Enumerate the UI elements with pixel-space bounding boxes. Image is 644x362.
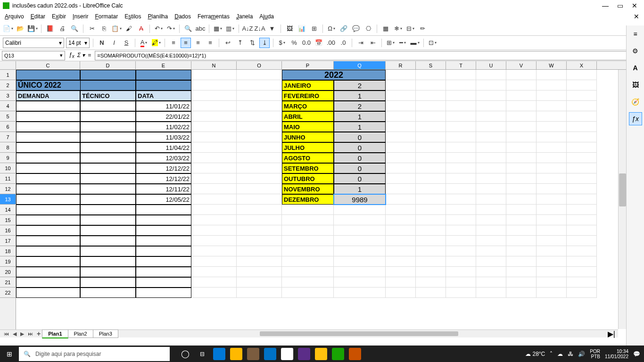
column-header-C[interactable]: C — [16, 61, 80, 69]
cell-E6[interactable]: 11/02/22 — [136, 122, 191, 132]
cell-Q7[interactable]: 0 — [334, 132, 386, 142]
cell-T7[interactable] — [446, 132, 476, 142]
cell-R3[interactable] — [386, 90, 416, 101]
cell-N4[interactable] — [191, 101, 237, 111]
currency-button[interactable]: $ — [277, 38, 287, 48]
spellcheck-button[interactable]: abc — [195, 24, 206, 34]
cell-N1[interactable] — [191, 70, 237, 80]
cell-E4[interactable]: 11/01/22 — [136, 101, 191, 111]
cell-D12[interactable] — [80, 184, 136, 194]
cell-D8[interactable] — [80, 142, 136, 153]
menu-formatar[interactable]: Formatar — [95, 13, 118, 20]
row-header-20[interactable]: 20 — [0, 267, 16, 277]
cell-T5[interactable] — [446, 111, 476, 122]
cell-U12[interactable] — [476, 184, 506, 194]
special-char-button[interactable]: Ω — [326, 24, 337, 34]
cell-Q11[interactable]: 0 — [334, 173, 386, 184]
cell-P21[interactable] — [282, 277, 334, 288]
cell-N6[interactable] — [191, 122, 237, 132]
cell-W3[interactable] — [537, 90, 567, 101]
column-header-P[interactable]: P — [282, 61, 334, 69]
cell-Q16[interactable] — [334, 225, 386, 236]
cell-X6[interactable] — [567, 122, 597, 132]
cut-button[interactable]: ✂ — [87, 24, 97, 34]
sticky-icon[interactable] — [315, 348, 327, 360]
cell-V3[interactable] — [506, 90, 537, 101]
cell-W14[interactable] — [537, 205, 567, 215]
cell-Q14[interactable] — [334, 205, 386, 215]
cell-O5[interactable] — [237, 111, 282, 122]
sheet-tab-plan3[interactable]: Plan3 — [93, 329, 118, 338]
styles-icon[interactable]: A — [629, 61, 642, 74]
menu-janela[interactable]: Janela — [236, 13, 253, 20]
align-center-button[interactable]: ≡ — [181, 38, 191, 48]
cell-W13[interactable] — [537, 194, 567, 205]
row-header-17[interactable]: 17 — [0, 236, 16, 246]
row-header-10[interactable]: 10 — [0, 163, 16, 173]
cell-S16[interactable] — [416, 225, 446, 236]
cell-O7[interactable] — [237, 132, 282, 142]
cell-Q21[interactable] — [334, 277, 386, 288]
image-button[interactable]: 🖼 — [284, 24, 295, 34]
cell-T18[interactable] — [446, 246, 476, 256]
cell-C9[interactable] — [16, 153, 80, 163]
cell-E19[interactable] — [136, 256, 191, 267]
print-preview-button[interactable]: 🔍 — [69, 24, 80, 34]
cell-D11[interactable] — [80, 173, 136, 184]
cell-N10[interactable] — [191, 163, 237, 173]
row-header-11[interactable]: 11 — [0, 173, 16, 184]
cell-P6[interactable]: MAIO — [282, 122, 334, 132]
cell-C19[interactable] — [16, 256, 80, 267]
row-header-1[interactable]: 1 — [0, 70, 16, 80]
cell-V13[interactable] — [506, 194, 537, 205]
menu-inserir[interactable]: Inserir — [73, 13, 88, 20]
cell-Q19[interactable] — [334, 256, 386, 267]
cell-D21[interactable] — [80, 277, 136, 288]
cell-T12[interactable] — [446, 184, 476, 194]
cell-E10[interactable]: 12/12/22 — [136, 163, 191, 173]
date-button[interactable]: 📅 — [314, 38, 324, 48]
cell-U10[interactable] — [476, 163, 506, 173]
clone-format-button[interactable]: 🖌 — [124, 24, 134, 34]
cell-D10[interactable] — [80, 163, 136, 173]
cell-R20[interactable] — [386, 267, 416, 277]
document-close-icon[interactable]: ✕ — [634, 13, 639, 20]
onedrive-icon[interactable]: ☁ — [557, 351, 563, 357]
cell-O11[interactable] — [237, 173, 282, 184]
vertical-scrollbar[interactable] — [618, 70, 626, 329]
cell-U21[interactable] — [476, 277, 506, 288]
cell-U4[interactable] — [476, 101, 506, 111]
taskbar-lang[interactable]: PORPTB — [590, 349, 600, 359]
cell-W22[interactable] — [537, 288, 567, 298]
cell-S12[interactable] — [416, 184, 446, 194]
cell-P3[interactable]: FEVEREIRO — [282, 90, 334, 101]
cell-T14[interactable] — [446, 205, 476, 215]
cell-Q10[interactable]: 0 — [334, 163, 386, 173]
cell-X11[interactable] — [567, 173, 597, 184]
menu-estilos[interactable]: Estilos — [124, 13, 141, 20]
cell-W19[interactable] — [537, 256, 567, 267]
edge-icon[interactable] — [213, 348, 225, 360]
navigator-icon[interactable]: 🧭 — [629, 95, 642, 108]
sidebar-menu-icon[interactable]: ≡ — [629, 27, 642, 41]
cell-X16[interactable] — [567, 225, 597, 236]
cell-U6[interactable] — [476, 122, 506, 132]
horizontal-scrollbar[interactable]: ⏮ ◀ ▶ ⏭ + Plan1 Plan2 Plan3 ▶| — [0, 329, 618, 337]
cell-E8[interactable]: 11/04/22 — [136, 142, 191, 153]
underline-button[interactable]: S — [121, 38, 132, 48]
cell-N19[interactable] — [191, 256, 237, 267]
cell-R10[interactable] — [386, 163, 416, 173]
cell-N18[interactable] — [191, 246, 237, 256]
new-button[interactable]: 📄 — [3, 24, 13, 34]
save-button[interactable]: 💾 — [27, 24, 38, 34]
cell-R9[interactable] — [386, 153, 416, 163]
cell-V10[interactable] — [506, 163, 537, 173]
cell-X10[interactable] — [567, 163, 597, 173]
cell-D19[interactable] — [80, 256, 136, 267]
cell-E15[interactable] — [136, 215, 191, 225]
cell-C15[interactable] — [16, 215, 80, 225]
notifications-icon[interactable]: 💬 — [633, 351, 640, 357]
cell-V16[interactable] — [506, 225, 537, 236]
cell-T20[interactable] — [446, 267, 476, 277]
cell-P12[interactable]: NOVEMBRO — [282, 184, 334, 194]
